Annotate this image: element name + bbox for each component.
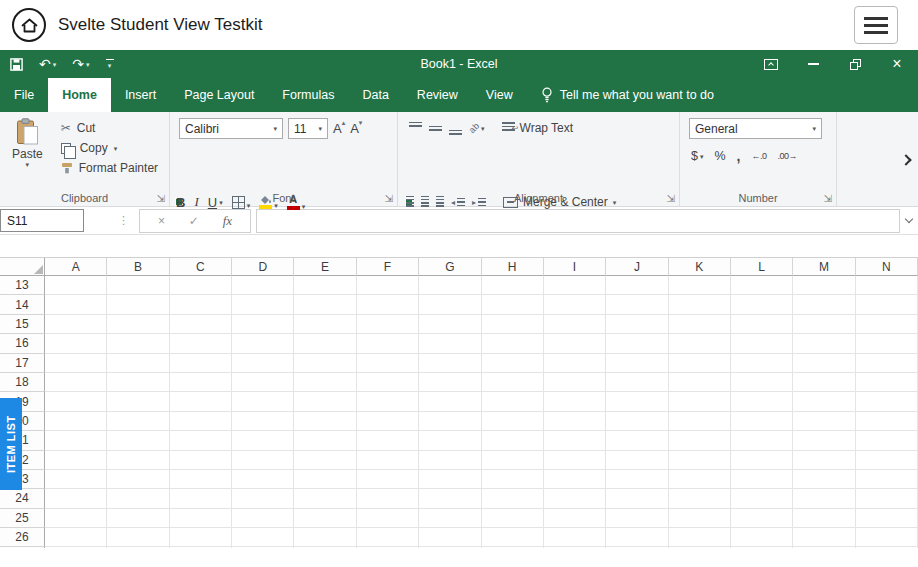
column-header-F[interactable]: F [357, 258, 419, 276]
row-header-17[interactable]: 17 [0, 354, 45, 373]
font-dialog-launcher[interactable]: ⇲ [385, 193, 393, 204]
cell-L21[interactable] [731, 431, 793, 450]
cell-E14[interactable] [294, 295, 356, 314]
cell-J16[interactable] [606, 334, 668, 353]
tab-data[interactable]: Data [348, 78, 402, 112]
tab-view[interactable]: View [472, 78, 527, 112]
column-header-B[interactable]: B [107, 258, 169, 276]
cell-J27[interactable] [606, 547, 668, 548]
cell-J22[interactable] [606, 451, 668, 470]
cell-N14[interactable] [856, 295, 918, 314]
cell-A18[interactable] [45, 373, 107, 392]
cell-E19[interactable] [294, 392, 356, 411]
increase-font-size-button[interactable]: A▴ [333, 121, 345, 136]
cell-M15[interactable] [793, 315, 855, 334]
cell-D26[interactable] [232, 528, 294, 547]
cell-N17[interactable] [856, 354, 918, 373]
cell-H14[interactable] [482, 295, 544, 314]
cell-E17[interactable] [294, 354, 356, 373]
cell-C13[interactable] [170, 276, 232, 295]
cell-D16[interactable] [232, 334, 294, 353]
cell-E23[interactable] [294, 470, 356, 489]
cell-N21[interactable] [856, 431, 918, 450]
cell-H15[interactable] [482, 315, 544, 334]
cell-K14[interactable] [669, 295, 731, 314]
middle-align-button[interactable] [429, 122, 442, 135]
wrap-text-button[interactable]: ↩ Wrap Text [502, 121, 574, 135]
cell-J26[interactable] [606, 528, 668, 547]
cell-E20[interactable] [294, 412, 356, 431]
cell-I13[interactable] [544, 276, 606, 295]
name-box[interactable]: S11 [0, 209, 84, 232]
column-header-G[interactable]: G [419, 258, 481, 276]
row-header-26[interactable]: 26 [0, 528, 45, 547]
cell-M18[interactable] [793, 373, 855, 392]
tell-me-box[interactable]: Tell me what you want to do [527, 78, 728, 112]
cut-button[interactable]: ✂ Cut [61, 121, 158, 135]
cell-C19[interactable] [170, 392, 232, 411]
cell-B15[interactable] [107, 315, 169, 334]
ribbon-display-options-button[interactable] [750, 50, 792, 78]
cell-H18[interactable] [482, 373, 544, 392]
alignment-dialog-launcher[interactable]: ⇲ [667, 193, 675, 204]
cell-N15[interactable] [856, 315, 918, 334]
cell-M16[interactable] [793, 334, 855, 353]
cell-I16[interactable] [544, 334, 606, 353]
cell-E15[interactable] [294, 315, 356, 334]
cell-D14[interactable] [232, 295, 294, 314]
row-header-24[interactable]: 24 [0, 489, 45, 508]
cell-M21[interactable] [793, 431, 855, 450]
cell-J14[interactable] [606, 295, 668, 314]
cell-D21[interactable] [232, 431, 294, 450]
cell-H13[interactable] [482, 276, 544, 295]
cell-F18[interactable] [357, 373, 419, 392]
cell-H17[interactable] [482, 354, 544, 373]
cell-G22[interactable] [419, 451, 481, 470]
cell-M27[interactable] [793, 547, 855, 548]
cell-L14[interactable] [731, 295, 793, 314]
cell-D15[interactable] [232, 315, 294, 334]
row-header-27[interactable]: 27 [0, 547, 45, 548]
cell-N23[interactable] [856, 470, 918, 489]
row-header-14[interactable]: 14 [0, 295, 45, 314]
increase-decimal-button[interactable]: ←.0 [751, 151, 766, 161]
column-header-H[interactable]: H [482, 258, 544, 276]
cell-B19[interactable] [107, 392, 169, 411]
cell-F19[interactable] [357, 392, 419, 411]
column-header-N[interactable]: N [856, 258, 918, 276]
cell-L20[interactable] [731, 412, 793, 431]
cell-I27[interactable] [544, 547, 606, 548]
cell-C25[interactable] [170, 509, 232, 528]
cell-N18[interactable] [856, 373, 918, 392]
cell-E26[interactable] [294, 528, 356, 547]
expand-formula-bar-button[interactable] [900, 219, 918, 222]
cell-H19[interactable] [482, 392, 544, 411]
cell-D22[interactable] [232, 451, 294, 470]
cell-G20[interactable] [419, 412, 481, 431]
cell-K15[interactable] [669, 315, 731, 334]
cell-K17[interactable] [669, 354, 731, 373]
cell-I19[interactable] [544, 392, 606, 411]
orientation-button[interactable]: ab ▾ [469, 123, 485, 133]
column-header-M[interactable]: M [793, 258, 855, 276]
redo-button[interactable]: ↷ ▾ [72, 56, 89, 72]
cell-D18[interactable] [232, 373, 294, 392]
cell-E21[interactable] [294, 431, 356, 450]
accounting-format-button[interactable]: $ ▾ [691, 149, 703, 163]
restore-button[interactable] [834, 50, 876, 78]
top-align-button[interactable] [409, 122, 422, 135]
column-header-L[interactable]: L [731, 258, 793, 276]
cell-A21[interactable] [45, 431, 107, 450]
cell-A16[interactable] [45, 334, 107, 353]
comma-style-button[interactable]: , [737, 148, 741, 164]
close-button[interactable]: × [876, 50, 918, 78]
cell-M22[interactable] [793, 451, 855, 470]
cell-J20[interactable] [606, 412, 668, 431]
cell-A26[interactable] [45, 528, 107, 547]
cell-D25[interactable] [232, 509, 294, 528]
tab-home[interactable]: Home [48, 78, 111, 112]
cell-A19[interactable] [45, 392, 107, 411]
cell-C18[interactable] [170, 373, 232, 392]
cell-A24[interactable] [45, 489, 107, 508]
customize-quick-access-button[interactable]: ▾ [106, 59, 114, 69]
